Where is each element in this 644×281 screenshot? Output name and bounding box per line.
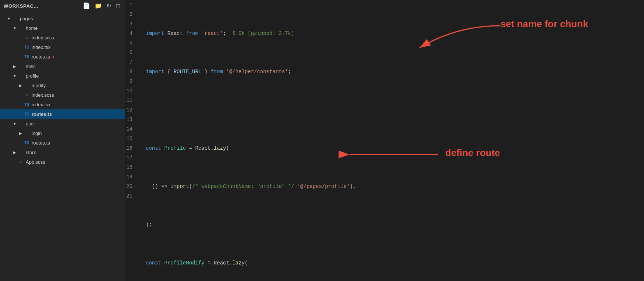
- tree-item-label: index.scss: [32, 35, 54, 40]
- chevron-down-icon: ▼: [12, 122, 18, 126]
- chevron-right-icon: ▶: [12, 150, 18, 154]
- tree-item-label: modify: [32, 83, 46, 88]
- tree-item-label: routes.ts: [32, 54, 50, 60]
- sidebar-icons: 📄 📁 ↻ ◻: [82, 2, 121, 10]
- ts-icon: TS: [24, 55, 30, 59]
- tree-item-label: routes.ts: [32, 111, 52, 117]
- modified-dot: ●: [52, 55, 54, 59]
- tree-folder-home[interactable]: ▼ home: [0, 23, 125, 33]
- tree-folder-misc[interactable]: ▶ misc: [0, 61, 125, 71]
- scss-icon: ○: [18, 159, 24, 164]
- ts-icon: TS: [24, 112, 30, 116]
- tree-item-label: store: [26, 150, 36, 155]
- chevron-right-icon: ▶: [18, 83, 24, 88]
- ts-icon: TS: [24, 45, 30, 49]
- sidebar-header: WORKSPAC... 📄 📁 ↻ ◻: [0, 0, 125, 12]
- code-line-2: import { ROUTE_URL } from '@/helper/cons…: [144, 67, 644, 77]
- tree-item-label: index.tsx: [32, 102, 50, 107]
- tree-file-index-tsx-profile[interactable]: TS index.tsx: [0, 100, 125, 109]
- line-numbers: 1 2 3 4 5 6 7 8 9 10 11 12 13 14 15 16 1…: [125, 0, 144, 281]
- tree-item-label: login: [32, 131, 42, 136]
- tree-file-index-scss-profile[interactable]: ○ index.scss: [0, 90, 125, 100]
- tree-item-label: home: [26, 25, 38, 31]
- code-line-1: import React from 'react'; 6.9k (gzipped…: [144, 29, 644, 38]
- sidebar-title: WORKSPAC...: [4, 3, 79, 9]
- tree-item-label: index.tsx: [32, 45, 50, 50]
- scss-icon: ○: [24, 92, 30, 97]
- chevron-right-icon: ▶: [12, 64, 18, 68]
- new-file-icon[interactable]: 📄: [82, 2, 91, 10]
- collapse-icon[interactable]: ◻: [115, 2, 121, 10]
- tree-folder-store[interactable]: ▶ store: [0, 147, 125, 157]
- chevron-down-icon: ▼: [6, 17, 12, 21]
- tree-item-label: user: [26, 121, 35, 127]
- code-content: import React from 'react'; 6.9k (gzipped…: [144, 0, 644, 281]
- code-line-3: [144, 105, 644, 115]
- ts-icon: TS: [24, 141, 30, 145]
- chevron-down-icon: ▼: [12, 26, 18, 30]
- tree-file-index-scss-home[interactable]: ○ index.scss: [0, 33, 125, 42]
- tree-item-label: App.scss: [26, 159, 45, 165]
- tree-file-routes-ts-user[interactable]: TS routes.ts: [0, 138, 125, 147]
- tree-folder-modify[interactable]: ▶ modify: [0, 81, 125, 90]
- code-area[interactable]: 1 2 3 4 5 6 7 8 9 10 11 12 13 14 15 16 1…: [125, 0, 644, 281]
- tree-file-routes-ts-profile[interactable]: TS routes.ts: [0, 109, 125, 119]
- editor: 1 2 3 4 5 6 7 8 9 10 11 12 13 14 15 16 1…: [125, 0, 644, 281]
- tree-folder-user[interactable]: ▼ user: [0, 119, 125, 128]
- tree-folder-login[interactable]: ▶ login: [0, 128, 125, 138]
- code-line-5: () => import(/* webpackChunkName: "profi…: [144, 182, 644, 191]
- code-line-7: const ProfileModify = React.lazy(: [144, 258, 644, 268]
- tree-item-label: routes.ts: [32, 140, 50, 146]
- tree-folder-pages[interactable]: ▼ pages: [0, 14, 125, 23]
- tree-item-label: index.scss: [32, 92, 54, 98]
- tree-item-label: profile: [26, 73, 39, 79]
- refresh-icon[interactable]: ↻: [106, 2, 112, 10]
- scss-icon: ○: [24, 35, 30, 40]
- tree-folder-profile[interactable]: ▼ profile: [0, 71, 125, 81]
- code-line-6: );: [144, 220, 644, 230]
- file-tree: ▼ pages ▼ home ○ index.scss TS index.tsx…: [0, 12, 125, 281]
- tree-item-label: pages: [20, 16, 33, 21]
- ts-icon: TS: [24, 103, 30, 107]
- code-line-4: const Profile = React.lazy(: [144, 143, 644, 153]
- chevron-right-icon: ▶: [18, 131, 24, 135]
- sidebar: WORKSPAC... 📄 📁 ↻ ◻ ▼ pages ▼ home ○ ind…: [0, 0, 125, 281]
- tree-file-app-scss[interactable]: ○ App.scss: [0, 157, 125, 167]
- tree-file-routes-ts-home[interactable]: TS routes.ts ●: [0, 52, 125, 61]
- chevron-down-icon: ▼: [12, 74, 18, 78]
- tree-item-label: misc: [26, 64, 36, 69]
- new-folder-icon[interactable]: 📁: [94, 2, 103, 10]
- tree-file-index-tsx-home[interactable]: TS index.tsx: [0, 42, 125, 52]
